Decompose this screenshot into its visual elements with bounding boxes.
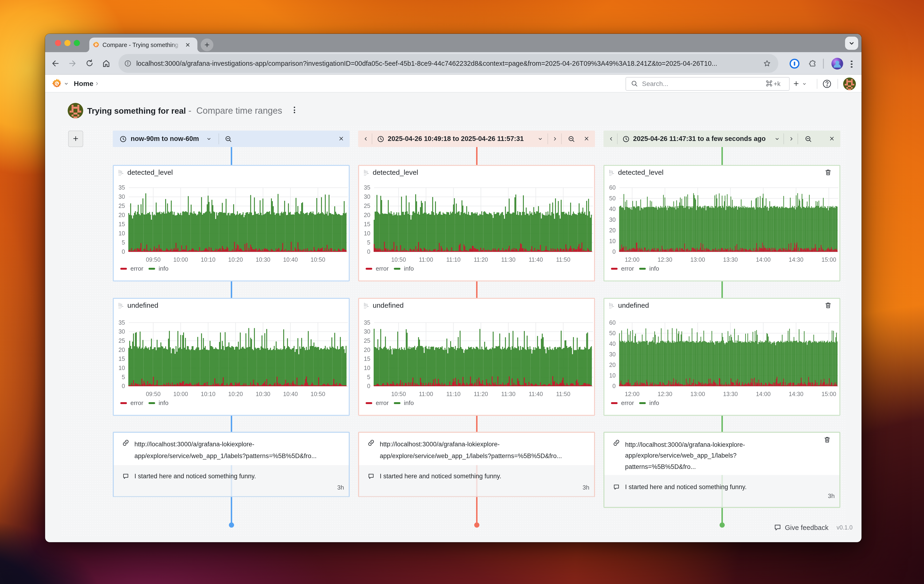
svg-text:11:00: 11:00	[419, 256, 433, 263]
svg-text:11:10: 11:10	[446, 256, 460, 263]
svg-text:15: 15	[364, 221, 370, 228]
svg-text:10:30: 10:30	[256, 391, 271, 397]
svg-text:15:00: 15:00	[822, 391, 837, 397]
svg-text:13:00: 13:00	[690, 256, 705, 263]
svg-text:11:20: 11:20	[474, 391, 488, 397]
svg-text:11:30: 11:30	[501, 391, 516, 397]
svg-text:10: 10	[609, 372, 616, 379]
svg-text:25: 25	[364, 337, 370, 344]
svg-text:10:00: 10:00	[173, 391, 188, 397]
svg-text:11:10: 11:10	[446, 391, 460, 397]
svg-text:11:00: 11:00	[419, 391, 433, 397]
svg-text:60: 60	[609, 184, 616, 191]
svg-text:15: 15	[119, 221, 125, 228]
svg-text:20: 20	[364, 346, 370, 353]
svg-text:5: 5	[367, 374, 370, 380]
svg-text:15: 15	[364, 355, 370, 362]
svg-text:20: 20	[364, 212, 370, 218]
svg-text:10:30: 10:30	[256, 256, 271, 263]
svg-text:11:30: 11:30	[501, 256, 516, 263]
svg-text:10: 10	[609, 238, 616, 244]
svg-text:40: 40	[609, 206, 616, 212]
svg-text:5: 5	[122, 374, 125, 380]
svg-text:35: 35	[119, 319, 125, 326]
svg-text:14:00: 14:00	[756, 391, 771, 397]
svg-text:10:10: 10:10	[201, 391, 216, 397]
svg-text:10:50: 10:50	[311, 256, 325, 263]
svg-text:14:30: 14:30	[789, 391, 804, 397]
svg-text:12:30: 12:30	[658, 391, 672, 397]
svg-text:10:20: 10:20	[228, 391, 243, 397]
svg-text:15:00: 15:00	[822, 256, 837, 263]
svg-text:10:50: 10:50	[391, 256, 406, 263]
svg-text:50: 50	[609, 195, 616, 201]
svg-text:5: 5	[122, 239, 125, 246]
svg-text:20: 20	[119, 212, 125, 218]
svg-text:09:50: 09:50	[146, 391, 161, 397]
svg-text:0: 0	[612, 383, 616, 389]
svg-text:25: 25	[119, 337, 125, 344]
svg-text:25: 25	[364, 203, 370, 209]
svg-text:30: 30	[119, 193, 125, 200]
svg-text:35: 35	[119, 184, 125, 191]
svg-text:11:40: 11:40	[529, 391, 543, 397]
svg-text:14:30: 14:30	[789, 256, 804, 263]
svg-text:10:50: 10:50	[391, 391, 406, 397]
svg-text:15: 15	[119, 355, 125, 362]
svg-text:14:00: 14:00	[756, 256, 771, 263]
svg-text:12:00: 12:00	[625, 391, 640, 397]
svg-text:20: 20	[609, 361, 616, 368]
svg-text:50: 50	[609, 330, 616, 337]
svg-text:11:50: 11:50	[556, 391, 570, 397]
svg-text:11:40: 11:40	[529, 256, 543, 263]
svg-text:0: 0	[122, 383, 125, 389]
svg-text:10:40: 10:40	[283, 391, 298, 397]
svg-text:25: 25	[119, 203, 125, 209]
svg-text:09:50: 09:50	[146, 256, 161, 263]
svg-text:0: 0	[367, 248, 370, 255]
svg-text:20: 20	[609, 227, 616, 234]
svg-text:10:50: 10:50	[311, 391, 325, 397]
svg-text:11:50: 11:50	[556, 256, 570, 263]
svg-text:10: 10	[119, 365, 125, 371]
svg-text:0: 0	[612, 248, 616, 255]
svg-text:10:20: 10:20	[228, 256, 243, 263]
svg-text:10:40: 10:40	[283, 256, 298, 263]
svg-text:10: 10	[364, 365, 370, 371]
svg-text:35: 35	[364, 319, 370, 326]
svg-text:30: 30	[609, 351, 616, 358]
svg-text:0: 0	[122, 248, 125, 255]
svg-text:12:00: 12:00	[625, 256, 640, 263]
svg-text:13:30: 13:30	[723, 391, 738, 397]
svg-text:10:10: 10:10	[201, 256, 216, 263]
svg-text:30: 30	[364, 193, 370, 200]
svg-text:30: 30	[119, 328, 125, 335]
svg-text:13:30: 13:30	[723, 256, 738, 263]
svg-text:10: 10	[119, 230, 125, 237]
svg-text:5: 5	[367, 239, 370, 246]
svg-text:30: 30	[364, 328, 370, 335]
svg-text:40: 40	[609, 340, 616, 347]
svg-text:10: 10	[364, 230, 370, 237]
svg-text:12:30: 12:30	[658, 256, 672, 263]
svg-text:0: 0	[367, 383, 370, 389]
svg-text:13:00: 13:00	[690, 391, 705, 397]
svg-text:30: 30	[609, 216, 616, 223]
svg-text:60: 60	[609, 319, 616, 326]
svg-text:20: 20	[119, 346, 125, 353]
svg-text:11:20: 11:20	[474, 256, 488, 263]
svg-text:35: 35	[364, 184, 370, 191]
svg-text:10:00: 10:00	[173, 256, 188, 263]
